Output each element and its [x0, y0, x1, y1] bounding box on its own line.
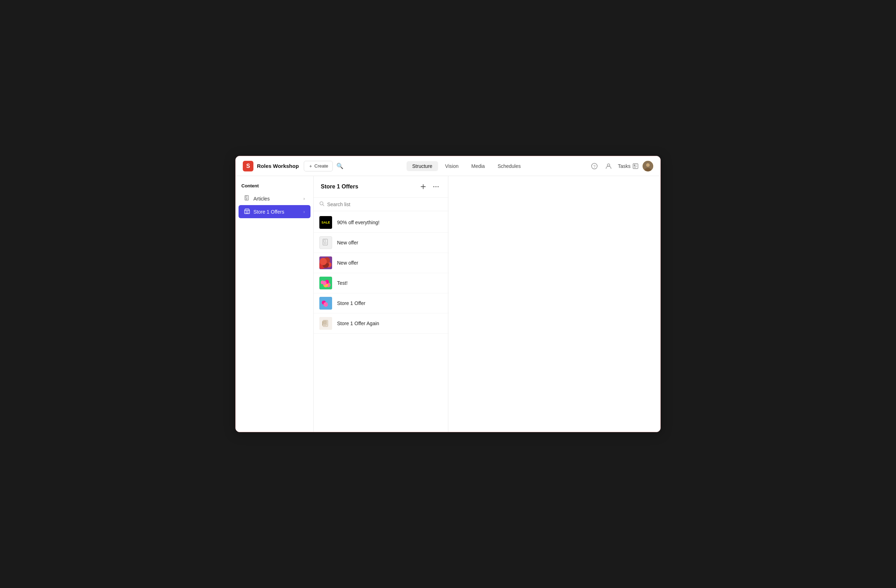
avatar[interactable]: [643, 161, 653, 172]
svg-point-20: [436, 186, 437, 187]
app-logo[interactable]: S: [243, 161, 253, 172]
list-item[interactable]: SALE 90% off everything!: [314, 213, 448, 233]
sidebar-section-title: Content: [236, 183, 313, 192]
sidebar-item-store1offers[interactable]: Store 1 Offers ›: [239, 205, 311, 218]
chevron-right-icon: ›: [303, 196, 305, 201]
svg-rect-32: [322, 321, 323, 325]
svg-rect-25: [324, 240, 326, 242]
svg-rect-4: [634, 164, 635, 166]
svg-rect-15: [245, 210, 250, 214]
offer-list: SALE 90% off everything!: [314, 211, 448, 432]
sidebar: Content Articles ›: [236, 176, 314, 432]
main-body: Content Articles ›: [236, 176, 660, 432]
list-item[interactable]: Test!: [314, 273, 448, 293]
create-button[interactable]: ＋ Create: [304, 161, 333, 172]
list-item[interactable]: Store 1 Offer: [314, 293, 448, 313]
nav-right-actions: ? Tasks: [590, 161, 653, 172]
offer-name: Test!: [337, 280, 348, 286]
app-window: S Roles Workshop ＋ Create 🔍 Structure Vi…: [235, 156, 661, 432]
tasks-icon: [632, 163, 638, 169]
svg-rect-3: [633, 164, 638, 169]
content-panel: Store 1 Offers: [314, 176, 448, 432]
content-panel-actions: [418, 182, 441, 191]
tasks-label: Tasks: [618, 163, 631, 169]
search-bar-icon: [319, 201, 324, 207]
list-item[interactable]: Store 1 Offer Again: [314, 313, 448, 334]
more-options-button[interactable]: [431, 182, 441, 191]
content-panel-title: Store 1 Offers: [321, 184, 418, 190]
user-icon[interactable]: [603, 161, 614, 171]
list-item[interactable]: New offer: [314, 233, 448, 253]
content-panel-header: Store 1 Offers: [314, 176, 448, 198]
help-icon[interactable]: ?: [590, 161, 599, 171]
offer-name: New offer: [337, 260, 358, 266]
svg-rect-12: [245, 196, 247, 198]
top-nav: S Roles Workshop ＋ Create 🔍 Structure Vi…: [236, 156, 660, 176]
tasks-button[interactable]: Tasks: [618, 163, 638, 169]
offer-name: New offer: [337, 240, 358, 246]
offer-thumbnail: [319, 317, 332, 330]
tab-structure[interactable]: Structure: [407, 161, 438, 171]
offer-thumbnail: SALE: [319, 216, 332, 229]
svg-line-23: [323, 205, 324, 206]
store-icon: [244, 208, 250, 215]
sidebar-item-articles-label: Articles: [253, 196, 270, 202]
sidebar-item-store1offers-label: Store 1 Offers: [253, 209, 284, 215]
search-bar: [314, 198, 448, 211]
app-title: Roles Workshop: [257, 163, 299, 169]
active-chevron-icon: ›: [303, 209, 305, 214]
offer-thumbnail: [319, 297, 332, 310]
svg-rect-29: [324, 321, 326, 324]
articles-icon: [244, 195, 250, 202]
tab-media[interactable]: Media: [466, 161, 491, 171]
svg-point-9: [646, 163, 650, 167]
create-label: Create: [314, 163, 328, 169]
svg-rect-16: [246, 211, 248, 213]
offer-thumbnail: [319, 277, 332, 289]
create-plus-icon: ＋: [308, 163, 313, 169]
list-item[interactable]: New offer: [314, 253, 448, 273]
sidebar-item-articles[interactable]: Articles ›: [239, 192, 311, 205]
offer-name: Store 1 Offer: [337, 300, 366, 306]
svg-point-19: [433, 186, 434, 187]
svg-text:?: ?: [593, 164, 596, 168]
svg-point-21: [438, 186, 439, 187]
right-panel: [448, 176, 660, 432]
search-icon[interactable]: 🔍: [336, 163, 343, 169]
add-offer-button[interactable]: [418, 182, 428, 191]
offer-name: 90% off everything!: [337, 220, 379, 225]
offer-thumbnail: [319, 257, 332, 269]
nav-tabs: Structure Vision Media Schedules: [343, 161, 590, 171]
search-input[interactable]: [327, 202, 442, 207]
offer-thumbnail: [319, 236, 332, 249]
tab-schedules[interactable]: Schedules: [492, 161, 526, 171]
offer-name: Store 1 Offer Again: [337, 321, 379, 326]
tab-vision[interactable]: Vision: [439, 161, 464, 171]
